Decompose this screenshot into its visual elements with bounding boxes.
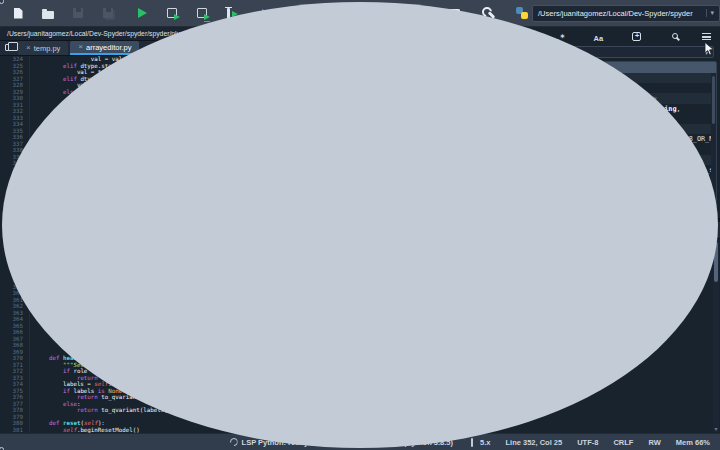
save-all-button[interactable]: [98, 3, 118, 23]
stack-icon: [5, 44, 13, 51]
working-directory-combo[interactable]: /Users/juanitagomez/Local/Dev-Spyder/spy…: [532, 5, 720, 22]
toolbar-right: /Users/juanitagomez/Local/Dev-Spyder/spy…: [532, 3, 720, 23]
hamburger-icon: [702, 33, 711, 40]
open-file-button[interactable]: [38, 3, 58, 23]
save-all-icon: [103, 8, 113, 18]
run-cell-advance-icon: [197, 8, 207, 18]
encoding-status: UTF-8: [577, 438, 598, 447]
toolbar-group: [512, 3, 532, 23]
case-sensitive-button[interactable]: [590, 29, 606, 43]
status-text: Mem 66%: [676, 438, 710, 447]
options-menu-button[interactable]: [698, 29, 714, 43]
eol-status: CRLF: [613, 438, 633, 447]
close-tab-icon[interactable]: ×: [26, 44, 31, 52]
status-text: Line 352, Col 25: [505, 438, 562, 447]
status-text: 5.x: [480, 438, 490, 447]
pythonpath-manager-button[interactable]: [512, 3, 532, 23]
open-file-icon: [42, 11, 54, 19]
tab-label: arrayeditor.py: [86, 43, 131, 52]
exclude-button[interactable]: [629, 29, 645, 43]
search-icon: [672, 33, 678, 39]
run-cell-button[interactable]: [162, 3, 182, 23]
spyder-window: /Users/juanitagomez/Local/Dev-Spyder/spy…: [0, 0, 720, 450]
memory-status: Mem 66%: [676, 438, 710, 447]
run-file-icon: [138, 8, 147, 18]
cursor-position: Line 352, Col 25: [505, 438, 562, 447]
status-bar: LSP Python: readyconda: spyder-dev (Pyth…: [0, 433, 720, 450]
chevron-down-icon[interactable]: ▾: [705, 49, 708, 56]
toolbar-group: [8, 3, 118, 23]
tab-label: temp.py: [34, 44, 61, 53]
branch-icon: [471, 438, 473, 447]
console-scrollbar[interactable]: ▾: [713, 240, 719, 432]
status-text: RW: [648, 438, 660, 447]
scroll-down-arrow-icon[interactable]: ▾: [713, 425, 719, 432]
git-branch-status: 5.x: [468, 438, 490, 447]
chevron-down-icon[interactable]: ▾: [706, 9, 714, 17]
case-sensitive-icon: [594, 27, 604, 45]
run-cell-icon: [167, 8, 177, 18]
run-cell-advance-button[interactable]: [192, 3, 212, 23]
tab-temp.py[interactable]: ×temp.py: [18, 41, 68, 55]
line-number: 381: [0, 427, 23, 434]
new-file-button[interactable]: [8, 3, 28, 23]
exclude-icon: [632, 32, 641, 41]
new-file-icon: [14, 8, 23, 19]
close-tab-icon[interactable]: ×: [78, 43, 83, 51]
run-file-button[interactable]: [132, 3, 152, 23]
conda-icon: [323, 438, 331, 446]
editor-tabs: ×temp.py×arrayeditor.py: [18, 40, 139, 55]
save-file-button[interactable]: [68, 3, 88, 23]
browse-tabs-button[interactable]: [0, 40, 18, 55]
pythonpath-manager-icon: [516, 7, 528, 19]
tab-arrayeditor.py[interactable]: ×arrayeditor.py: [70, 41, 139, 55]
lsp-icon: [230, 438, 238, 446]
readwrite-status: RW: [648, 438, 660, 447]
conda-env-status: conda: spyder-dev (Python 3.8.5): [323, 438, 453, 447]
status-text: UTF-8: [577, 438, 598, 447]
save-file-icon: [73, 8, 83, 18]
scrollbar-thumb[interactable]: [712, 76, 715, 124]
working-directory-value: /Users/juanitagomez/Local/Dev-Spyder/spy…: [538, 9, 693, 18]
search-button[interactable]: [667, 29, 683, 43]
status-text: CRLF: [613, 438, 633, 447]
